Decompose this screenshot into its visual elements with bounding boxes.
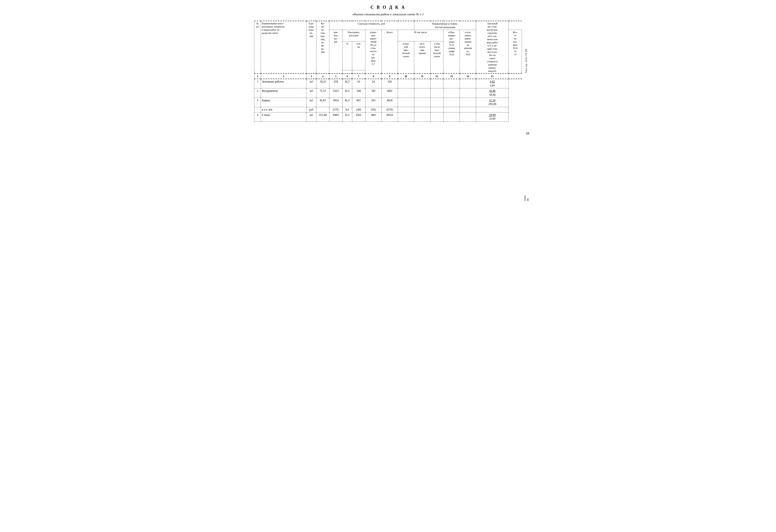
colnum-2: 2 xyxy=(261,73,307,79)
colnum-11: II xyxy=(414,73,430,79)
cell-11 xyxy=(430,98,443,107)
table-row: 4Стеным2552,489485I6,5I565884II93429,902… xyxy=(254,112,522,122)
colnum-9: 9 xyxy=(381,73,398,79)
header-empty2 xyxy=(352,70,365,73)
cell-0 xyxy=(254,107,261,112)
header-nakl: Накладныхрасходов xyxy=(342,30,365,41)
header-zarp: в томчислезара-ботнойплатн xyxy=(430,41,443,73)
cell-5: I6,5 xyxy=(342,79,352,88)
table-row: 2Фундаментым37I,533323I6,55493I04I82I0,4… xyxy=(254,88,522,98)
cell-7: (50) xyxy=(365,107,381,112)
colnum-8: 8 xyxy=(365,73,381,79)
colnum-3: 3 xyxy=(307,73,316,79)
cell-12 xyxy=(443,79,460,88)
cell-3: I6,65 xyxy=(316,98,329,107)
side-num-53: 53 xyxy=(526,132,529,135)
cell-0: 4 xyxy=(254,112,261,122)
cell-6: 43 xyxy=(352,79,365,88)
cell-4: 3323 xyxy=(329,88,343,98)
cell-9 xyxy=(398,79,414,88)
cell-8: (670) xyxy=(381,107,398,112)
cell-4: 9485 xyxy=(329,112,343,122)
header-nakl-pct: % xyxy=(342,41,352,70)
header-unit: Еди-ницаизме-ре-ния xyxy=(307,21,316,73)
cell-12 xyxy=(443,98,460,107)
cell-11 xyxy=(430,88,443,98)
colnum-13: I3 xyxy=(443,73,460,79)
cell-12 xyxy=(443,107,460,112)
colnum-5: 5 xyxy=(329,73,343,79)
side-label-type: Тип.пр. 816-76,86 xyxy=(525,49,528,73)
cell-13 xyxy=(460,79,476,88)
cell-7: 884 xyxy=(365,112,381,122)
colnum-15: I5 xyxy=(476,73,509,79)
header-nakop1: в Нак-ладныхрас-ходах% отсуммыграфе10,II xyxy=(443,30,460,73)
header-nakl-sum: сум-ма xyxy=(352,41,365,70)
header-nakop2: в пла-новыхнакоп-ленияхподаннымгр.10,II xyxy=(460,30,476,73)
cell-7: 3I0 xyxy=(365,88,381,98)
header-num: №п/п xyxy=(254,21,261,73)
cell-udel xyxy=(476,107,509,112)
cell-8: 326 xyxy=(381,79,398,88)
cell-5: 8,6 xyxy=(342,107,352,112)
cell-4: (57I) xyxy=(329,107,343,112)
cell-10 xyxy=(414,107,430,112)
cell-3: 3I2,0 xyxy=(316,79,329,88)
header-eksplu: эксп-луата-циимашин xyxy=(414,41,430,73)
side-label-bottom: 2410-06 xyxy=(523,195,529,201)
cell-10 xyxy=(414,112,430,122)
cell-13 xyxy=(460,88,476,98)
cell-12 xyxy=(443,112,460,122)
cell-1: Фундаменты xyxy=(261,88,307,98)
header-norm: Нормативная условно-чистая продукция xyxy=(414,21,476,30)
cell-13 xyxy=(460,112,476,122)
cell-10 xyxy=(414,88,430,98)
cell-1: Стены xyxy=(261,112,307,122)
cell-9 xyxy=(398,98,414,107)
header-name: Наименование конст-руктивных элементови … xyxy=(261,21,307,73)
table-row: IЗемляные работым33I2,0259I6,543243260,8… xyxy=(254,79,522,88)
header-udel: Удельныйвес стои-мости кон-структив-ного… xyxy=(476,21,509,73)
cell-udel: I2,34295,86 xyxy=(476,98,509,107)
cell-2: м2 xyxy=(307,112,316,122)
colnum-14: I4 xyxy=(460,73,476,79)
cell-11 xyxy=(430,79,443,88)
colnum-12: I2 xyxy=(430,73,443,79)
cell-10 xyxy=(414,79,430,88)
cell-6: (49) xyxy=(352,107,365,112)
cell-0: 2 xyxy=(254,88,261,98)
cell-3: 7I,53 xyxy=(316,88,329,98)
cell-6: I565 xyxy=(352,112,365,122)
cell-1: Каркас xyxy=(261,98,307,107)
header-empty1 xyxy=(342,70,352,73)
cell-8: 4926 xyxy=(381,98,398,107)
colnum-4: 4 xyxy=(316,73,329,79)
cell-1: Земляные работы xyxy=(261,79,307,88)
header-smetnaya: Сметная стоимость, руб. xyxy=(329,21,414,30)
cell-9 xyxy=(398,107,414,112)
cell-udel: 29,902I,60 xyxy=(476,112,509,122)
page-subtitle: объемов стоимости работ к локальной смет… xyxy=(254,12,522,16)
cell-1: в т.ч. м/к xyxy=(261,107,307,112)
cell-12 xyxy=(443,88,460,98)
cell-3 xyxy=(316,107,329,112)
cell-5: I6,5 xyxy=(342,88,352,98)
cell-9 xyxy=(398,112,414,122)
cell-udel: I0,4858,46 xyxy=(476,88,509,98)
cell-2: руб xyxy=(307,107,316,112)
cell-0: I xyxy=(254,79,261,88)
cell-6: 607 xyxy=(352,98,365,107)
cell-11 xyxy=(430,107,443,112)
cell-8: 4I82 xyxy=(381,88,398,98)
colnum-1: I xyxy=(254,73,261,79)
cell-udel: 0,82I,04 xyxy=(476,79,509,88)
cell-7: 365 xyxy=(365,98,381,107)
table-row: в т.ч. м/круб(57I)8,6(49)(50)(670) xyxy=(254,107,522,112)
table-row: 3Каркасм3I6,653954I6,56073654926I2,34295… xyxy=(254,98,522,107)
cell-13 xyxy=(460,107,476,112)
cell-8: II934 xyxy=(381,112,398,122)
cell-9 xyxy=(398,88,414,98)
colnum-6: 6 xyxy=(342,73,352,79)
cell-7: 24 xyxy=(365,79,381,88)
page-title: С В О Д К А xyxy=(254,5,522,10)
